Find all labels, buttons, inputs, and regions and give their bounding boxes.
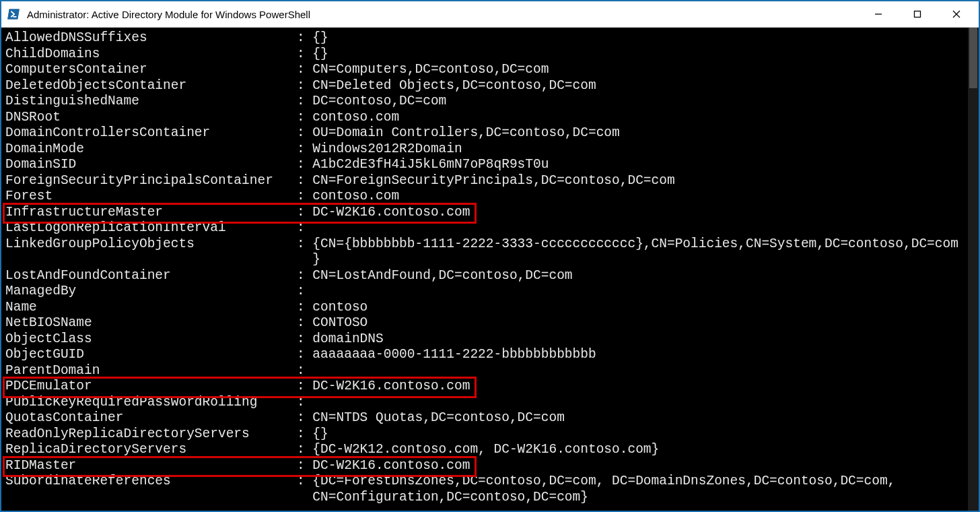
titlebar[interactable]: Administrator: Active Directory Module f… — [1, 1, 979, 28]
output-row-publickeyrequiredpasswordrolling: PublicKeyRequiredPasswordRolling : — [5, 395, 964, 411]
window-title: Administrator: Active Directory Module f… — [27, 9, 859, 20]
output-row-subordinatereferences: SubordinateReferences : {DC=ForestDnsZon… — [5, 474, 964, 490]
output-row-ridmaster: RIDMaster : DC-W2K16.contoso.com — [5, 458, 964, 474]
window-buttons — [859, 1, 976, 27]
output-row-managedby: ManagedBy : — [5, 284, 964, 300]
output-row-computerscontainer: ComputersContainer : CN=Computers,DC=con… — [5, 62, 964, 78]
output-row-lastlogonreplicationinterval: LastLogonReplicationInterval : — [5, 220, 964, 236]
output-row-dnsroot: DNSRoot : contoso.com — [5, 110, 964, 126]
output-row-childdomains: ChildDomains : {} — [5, 46, 964, 63]
powershell-icon — [7, 7, 20, 21]
output-row-distinguishedname: DistinguishedName : DC=contoso,DC=com — [5, 94, 964, 110]
output-row-domainsid: DomainSID : A1bC2dE3fH4iJ5kL6mN7oP8qR9sT… — [5, 157, 964, 173]
terminal-area: AllowedDNSSuffixes : {}ChildDomains : {}… — [1, 28, 979, 511]
output-row-domainmode: DomainMode : Windows2012R2Domain — [5, 141, 964, 158]
output-row-netbiosname: NetBIOSName : CONTOSO — [5, 315, 964, 331]
scrollbar-thumb[interactable] — [969, 28, 977, 88]
maximize-button[interactable] — [898, 1, 937, 27]
output-row-linkedgrouppolicyobjects: LinkedGroupPolicyObjects : {CN={bbbbbbbb… — [5, 236, 964, 253]
output-row-objectguid: ObjectGUID : aaaaaaaa-0000-1111-2222-bbb… — [5, 347, 964, 363]
minimize-icon — [874, 10, 882, 18]
output-row-name: Name : contoso — [5, 300, 964, 316]
output-row-infrastructuremaster: InfrastructureMaster : DC-W2K16.contoso.… — [5, 205, 964, 221]
output-row-foreignsecurityprincipalscontainer: ForeignSecurityPrincipalsContainer : CN=… — [5, 173, 964, 189]
output-row-replicadirectoryservers: ReplicaDirectoryServers : {DC-W2K12.cont… — [5, 442, 964, 458]
close-icon — [952, 10, 960, 18]
terminal-output[interactable]: AllowedDNSSuffixes : {}ChildDomains : {}… — [1, 28, 968, 511]
output-row-objectclass: ObjectClass : domainDNS — [5, 331, 964, 348]
output-row-domaincontrollerscontainer: DomainControllersContainer : OU=Domain C… — [5, 125, 964, 141]
maximize-icon — [913, 10, 921, 18]
output-row-forest: Forest : contoso.com — [5, 189, 964, 205]
output-row-quotascontainer: QuotasContainer : CN=NTDS Quotas,DC=cont… — [5, 410, 964, 426]
vertical-scrollbar[interactable] — [968, 28, 979, 511]
output-row-readonlyreplicadirectoryservers: ReadOnlyReplicaDirectoryServers : {} — [5, 426, 964, 443]
output-row-parentdomain: ParentDomain : — [5, 363, 964, 379]
minimize-button[interactable] — [859, 1, 898, 27]
output-row-linkedgrouppolicyobjects-cont: } — [5, 252, 964, 268]
output-row-pdcemulator: PDCEmulator : DC-W2K16.contoso.com — [5, 379, 964, 395]
svg-rect-4 — [915, 11, 921, 18]
close-button[interactable] — [937, 1, 976, 27]
output-row-lostandfoundcontainer: LostAndFoundContainer : CN=LostAndFound,… — [5, 268, 964, 284]
powershell-window: Administrator: Active Directory Module f… — [0, 0, 980, 512]
output-row-deletedobjectscontainer: DeletedObjectsContainer : CN=Deleted Obj… — [5, 78, 964, 94]
output-row-alloweddnssuffixes: AllowedDNSSuffixes : {} — [5, 30, 964, 46]
output-row-subordinatereferences-cont: CN=Configuration,DC=contoso,DC=com} — [5, 490, 964, 506]
